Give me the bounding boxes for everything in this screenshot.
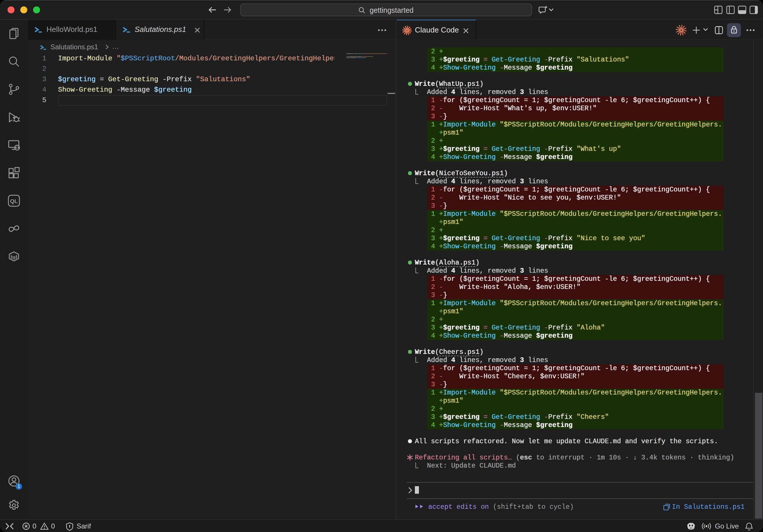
- svg-text:QL: QL: [10, 198, 18, 204]
